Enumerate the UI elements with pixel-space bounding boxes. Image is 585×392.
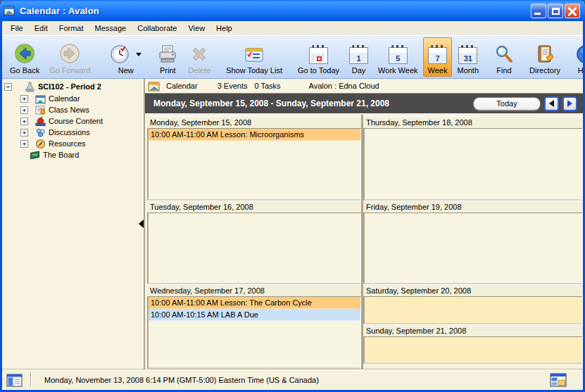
day-header-label: Monday, September 15, 2008 xyxy=(150,118,251,127)
day-body[interactable]: 10:00 AM-11:00 AM Lesson: The Carbon Cyc… xyxy=(147,297,361,369)
day-cell-monday[interactable]: Monday, September 15, 2008 10:00 AM-11:0… xyxy=(147,116,361,201)
day-cell-thursday[interactable]: Thursday, September 18, 2008 xyxy=(363,116,582,201)
day-header: Saturday, September 20, 2008 xyxy=(363,284,582,297)
sidebar-item-sci102[interactable]: − SCI102 - Period 2 xyxy=(2,81,139,92)
find-button[interactable]: Find xyxy=(489,37,519,77)
flask-icon xyxy=(25,82,36,92)
day-body[interactable]: 10:00 AM-11:00 AM Lesson: Microorganisms xyxy=(147,129,361,201)
print-button[interactable]: Print xyxy=(152,37,183,77)
expand-box-icon[interactable]: + xyxy=(20,106,28,114)
menu-message[interactable]: Message xyxy=(89,22,132,34)
work-week-view-button[interactable]: 5 Work Week xyxy=(373,37,422,77)
day-view-label: Day xyxy=(352,66,366,75)
split-view-icon[interactable] xyxy=(6,374,23,387)
month-calendar-icon: 31 xyxy=(458,47,477,64)
help-button[interactable]: ? Help xyxy=(571,37,583,77)
event-label: 10:00 AM-11:00 AM Lesson: Microorganisms xyxy=(151,130,304,139)
sidebar-item-discussions[interactable]: + Discussions xyxy=(2,127,139,138)
expand-box-icon[interactable]: + xyxy=(20,140,28,148)
event-lesson-carbon-cycle[interactable]: 10:00 AM-11:00 AM Lesson: The Carbon Cyc… xyxy=(149,297,360,309)
resources-icon xyxy=(35,139,46,149)
day-view-button[interactable]: 1 Day xyxy=(344,37,373,77)
menu-file[interactable]: File xyxy=(5,22,29,34)
menu-edit[interactable]: Edit xyxy=(29,22,54,34)
statusbar-datetime: Monday, November 13, 2008 6:14 PM (GMT-5… xyxy=(44,369,319,390)
account-label: Avalon : Edna Cloud xyxy=(309,82,379,90)
maximize-button[interactable] xyxy=(548,4,563,18)
close-button[interactable] xyxy=(565,4,580,18)
menu-help[interactable]: Help xyxy=(210,22,238,34)
sidebar-item-calendar[interactable]: + Calendar xyxy=(2,93,139,104)
print-icon xyxy=(157,44,178,64)
event-lab-a-due[interactable]: 10:00 AM-10:15 AM LAB A Due xyxy=(149,309,360,321)
day-cell-wednesday[interactable]: Wednesday, September 17, 2008 10:00 AM-1… xyxy=(147,284,361,369)
collapse-box-icon[interactable]: − xyxy=(4,83,12,91)
day-cell-friday[interactable]: Friday, September 19, 2008 xyxy=(363,201,582,284)
day-header: Thursday, September 18, 2008 xyxy=(363,116,582,129)
status-bar: Monday, November 13, 2008 6:14 PM (GMT-5… xyxy=(2,369,583,390)
today-list-icon xyxy=(244,46,265,64)
apple-book-icon xyxy=(35,116,46,127)
help-label: Help xyxy=(578,66,583,75)
menu-format[interactable]: Format xyxy=(54,22,89,34)
tasks-count: 0 Tasks xyxy=(254,82,280,90)
day-cell-sunday[interactable]: Sunday, September 21, 2008 xyxy=(363,324,582,364)
today-button[interactable]: Today xyxy=(473,97,541,110)
svg-text:?: ? xyxy=(582,49,583,61)
week-view-button[interactable]: 7 Week xyxy=(423,37,453,77)
work-week-calendar-icon: 5 xyxy=(389,47,408,64)
arrow-left-icon xyxy=(549,100,554,107)
menu-collaborate[interactable]: Collaborate xyxy=(132,22,182,34)
day-body[interactable] xyxy=(147,213,361,284)
event-lesson-microorganisms[interactable]: 10:00 AM-11:00 AM Lesson: Microorganisms xyxy=(149,129,360,141)
day-body[interactable] xyxy=(363,129,582,201)
app-window: Calendar : Avalon File Edit Format Messa… xyxy=(0,0,585,392)
go-to-today-calendar-icon xyxy=(309,47,328,64)
day-header: Wednesday, September 17, 2008 xyxy=(147,284,361,297)
minimize-button[interactable] xyxy=(531,4,546,18)
maximize-icon xyxy=(552,8,560,15)
panel-layout-icon[interactable] xyxy=(549,373,567,387)
collapse-sidebar-arrow-icon[interactable] xyxy=(139,220,144,228)
window-title: Calendar : Avalon xyxy=(20,6,99,16)
toolbar: Go Back Go Forward xyxy=(2,35,583,79)
work-week-view-label: Work Week xyxy=(378,66,417,75)
previous-week-button[interactable] xyxy=(544,96,559,111)
sidebar-item-the-board[interactable]: The Board xyxy=(2,149,139,160)
go-forward-icon xyxy=(59,43,80,64)
delete-button: Delete xyxy=(183,37,215,77)
events-count: 3 Events xyxy=(218,82,248,90)
menu-view[interactable]: View xyxy=(182,22,210,34)
calendar-icon xyxy=(35,94,46,104)
day-body[interactable] xyxy=(363,337,582,364)
new-dropdown-arrow-icon[interactable] xyxy=(136,53,141,56)
go-forward-button: Go Forward xyxy=(44,37,95,77)
sidebar-item-course-content[interactable]: + Course Content xyxy=(2,115,139,127)
month-view-button[interactable]: 31 Month xyxy=(452,37,484,77)
calendar-small-icon xyxy=(148,81,161,91)
directory-button[interactable]: Directory xyxy=(524,37,565,77)
go-to-today-button[interactable]: Go to Today xyxy=(293,37,344,77)
day-body[interactable] xyxy=(363,297,582,324)
day-header-label: Tuesday, September 16, 2008 xyxy=(150,203,253,211)
day-cell-tuesday[interactable]: Tuesday, September 16, 2008 xyxy=(147,201,361,284)
sidebar-item-class-news[interactable]: + Class News xyxy=(2,104,139,115)
event-label: 10:00 AM-11:00 AM Lesson: The Carbon Cyc… xyxy=(151,298,312,307)
go-back-button[interactable]: Go Back xyxy=(5,37,44,77)
show-today-list-button[interactable]: Show Today List xyxy=(221,37,287,77)
day-cell-saturday[interactable]: Saturday, September 20, 2008 xyxy=(363,284,582,324)
expand-box-icon[interactable]: + xyxy=(20,95,28,103)
board-icon xyxy=(30,150,41,160)
find-magnifier-icon xyxy=(494,44,514,64)
news-icon xyxy=(35,105,46,115)
next-week-button[interactable] xyxy=(562,96,577,111)
sidebar-splitter[interactable] xyxy=(139,79,144,369)
new-button[interactable]: New xyxy=(105,37,146,77)
day-header: Tuesday, September 16, 2008 xyxy=(147,201,361,213)
day-body[interactable] xyxy=(363,213,582,284)
day-header-label: Thursday, September 18, 2008 xyxy=(366,118,472,127)
expand-box-icon[interactable]: + xyxy=(20,118,28,125)
sidebar-item-resources[interactable]: + Resources xyxy=(2,138,139,149)
go-back-icon xyxy=(14,43,35,64)
expand-box-icon[interactable]: + xyxy=(20,129,28,137)
